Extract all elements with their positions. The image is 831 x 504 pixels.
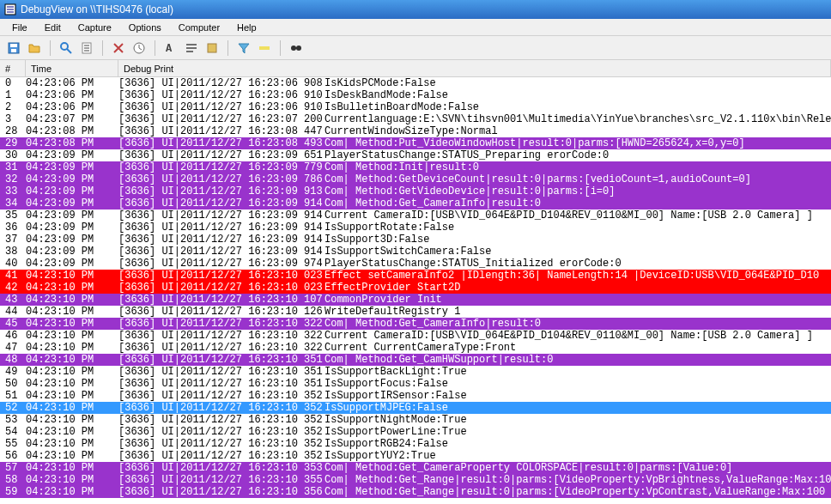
log-row[interactable]: 4904:23:10 PM[3636] UI|2011/12/27 16:23:… bbox=[0, 366, 831, 378]
log-row[interactable]: 3804:23:09 PM[3636] UI|2011/12/27 16:23:… bbox=[0, 246, 831, 258]
log-row[interactable]: 004:23:06 PM[3636] UI|2011/12/27 16:23:0… bbox=[0, 77, 831, 89]
log-row[interactable]: 5104:23:10 PM[3636] UI|2011/12/27 16:23:… bbox=[0, 390, 831, 402]
log-row[interactable]: 2904:23:08 PM[3636] UI|2011/12/27 16:23:… bbox=[0, 137, 831, 149]
row-num: 35 bbox=[0, 209, 26, 222]
row-print: Current CameraID:[USB\VID_064E&PID_D104&… bbox=[325, 330, 831, 342]
log-row[interactable]: 5904:23:10 PM[3636] UI|2011/12/27 16:23:… bbox=[0, 486, 831, 498]
header-debug[interactable]: Debug Print bbox=[118, 60, 831, 76]
svg-text:A: A bbox=[166, 43, 173, 55]
row-num: 33 bbox=[0, 185, 26, 197]
clear-icon[interactable] bbox=[110, 39, 127, 57]
log-row[interactable]: 3404:23:09 PM[3636] UI|2011/12/27 16:23:… bbox=[0, 197, 831, 209]
row-debug: [3636] UI|2011/12/27 16:23:06 908 bbox=[118, 77, 325, 89]
row-debug: [3636] UI|2011/12/27 16:23:10 352 bbox=[118, 390, 325, 402]
log-row[interactable]: 3304:23:09 PM[3636] UI|2011/12/27 16:23:… bbox=[0, 185, 831, 197]
row-num: 47 bbox=[0, 342, 26, 354]
log-row[interactable]: 5404:23:10 PM[3636] UI|2011/12/27 16:23:… bbox=[0, 426, 831, 438]
header-time[interactable]: Time bbox=[26, 60, 118, 76]
log-row[interactable]: 3704:23:09 PM[3636] UI|2011/12/27 16:23:… bbox=[0, 234, 831, 246]
row-time: 04:23:10 PM bbox=[26, 306, 118, 318]
row-debug: [3636] UI|2011/12/27 16:23:10 352 bbox=[118, 426, 325, 438]
wrap-icon[interactable] bbox=[183, 39, 200, 57]
row-num: 34 bbox=[0, 197, 26, 209]
row-num: 59 bbox=[0, 486, 26, 498]
header-num[interactable]: # bbox=[0, 60, 26, 76]
row-num: 2 bbox=[0, 101, 26, 113]
log-row[interactable]: 4004:23:09 PM[3636] UI|2011/12/27 16:23:… bbox=[0, 258, 831, 270]
log-row[interactable]: 3104:23:09 PM[3636] UI|2011/12/27 16:23:… bbox=[0, 161, 831, 173]
row-debug: [3636] UI|2011/12/27 16:23:09 913 bbox=[118, 185, 325, 197]
time-icon[interactable] bbox=[130, 39, 148, 57]
log-row[interactable]: 104:23:06 PM[3636] UI|2011/12/27 16:23:0… bbox=[0, 89, 831, 101]
log-row[interactable]: 4204:23:10 PM[3636] UI|2011/12/27 16:23:… bbox=[0, 282, 831, 294]
filter-icon[interactable] bbox=[235, 39, 252, 57]
log-row[interactable]: 5304:23:10 PM[3636] UI|2011/12/27 16:23:… bbox=[0, 414, 831, 426]
open-icon[interactable] bbox=[26, 39, 43, 57]
svg-rect-2 bbox=[10, 44, 17, 47]
app-icon bbox=[3, 3, 17, 16]
log-row[interactable]: 5604:23:10 PM[3636] UI|2011/12/27 16:23:… bbox=[0, 450, 831, 462]
log-row[interactable]: 5504:23:10 PM[3636] UI|2011/12/27 16:23:… bbox=[0, 438, 831, 450]
row-debug: [3636] UI|2011/12/27 16:23:09 786 bbox=[118, 173, 325, 185]
log-row[interactable]: 4104:23:10 PM[3636] UI|2011/12/27 16:23:… bbox=[0, 270, 831, 282]
log-row[interactable]: 4704:23:10 PM[3636] UI|2011/12/27 16:23:… bbox=[0, 342, 831, 354]
row-print: Com| Method:Get_CameraInfo|result:0 bbox=[325, 318, 831, 330]
row-num: 29 bbox=[0, 137, 26, 149]
menu-capture[interactable]: Capture bbox=[70, 21, 120, 34]
log-row[interactable]: 3004:23:09 PM[3636] UI|2011/12/27 16:23:… bbox=[0, 149, 831, 161]
row-num: 0 bbox=[0, 77, 26, 89]
log-rows[interactable]: 004:23:06 PM[3636] UI|2011/12/27 16:23:0… bbox=[0, 77, 831, 498]
log-row[interactable]: 4304:23:10 PM[3636] UI|2011/12/27 16:23:… bbox=[0, 294, 831, 306]
log-row[interactable]: 3604:23:09 PM[3636] UI|2011/12/27 16:23:… bbox=[0, 222, 831, 234]
history-icon[interactable] bbox=[203, 39, 221, 57]
log-row[interactable]: 4604:23:10 PM[3636] UI|2011/12/27 16:23:… bbox=[0, 330, 831, 342]
log-row[interactable]: 5704:23:10 PM[3636] UI|2011/12/27 16:23:… bbox=[0, 462, 831, 474]
row-num: 40 bbox=[0, 258, 26, 270]
row-debug: [3636] UI|2011/12/27 16:23:10 351 bbox=[118, 366, 325, 378]
menu-computer[interactable]: Computer bbox=[170, 21, 228, 34]
log-row[interactable]: 3504:23:09 PM[3636] UI|2011/12/27 16:23:… bbox=[0, 209, 831, 222]
row-debug: [3636] UI|2011/12/27 16:23:09 779 bbox=[118, 161, 325, 173]
log-row[interactable]: 204:23:06 PM[3636] UI|2011/12/27 16:23:0… bbox=[0, 101, 831, 113]
autoscroll-icon[interactable] bbox=[78, 39, 95, 57]
log-row[interactable]: 5804:23:10 PM[3636] UI|2011/12/27 16:23:… bbox=[0, 474, 831, 486]
log-row[interactable]: 4804:23:10 PM[3636] UI|2011/12/27 16:23:… bbox=[0, 354, 831, 366]
log-row[interactable]: 2804:23:08 PM[3636] UI|2011/12/27 16:23:… bbox=[0, 125, 831, 137]
menu-options[interactable]: Options bbox=[120, 21, 170, 34]
row-time: 04:23:10 PM bbox=[26, 414, 118, 426]
log-row[interactable]: 3204:23:09 PM[3636] UI|2011/12/27 16:23:… bbox=[0, 173, 831, 185]
log-row[interactable]: 5204:23:10 PM[3636] UI|2011/12/27 16:23:… bbox=[0, 402, 831, 414]
row-print: IsBulletinBoardMode:False bbox=[325, 101, 831, 113]
row-print: IsSupportMJPEG:False bbox=[325, 402, 831, 414]
row-num: 50 bbox=[0, 378, 26, 390]
log-row[interactable]: 4504:23:10 PM[3636] UI|2011/12/27 16:23:… bbox=[0, 318, 831, 330]
row-print: Com| Method:Get_CameraInfo|result:0 bbox=[325, 197, 831, 209]
log-row[interactable]: 5004:23:10 PM[3636] UI|2011/12/27 16:23:… bbox=[0, 378, 831, 390]
row-print: IsSupportBackLight:True bbox=[325, 366, 831, 378]
menu-edit[interactable]: Edit bbox=[36, 21, 70, 34]
capture-icon[interactable] bbox=[58, 39, 75, 57]
row-print: Com| Method:Get_Range|result:0|parms:[Vi… bbox=[325, 474, 831, 486]
row-print: Com| Method:GetVideoDevice|result:0|parm… bbox=[325, 185, 831, 197]
row-num: 57 bbox=[0, 462, 26, 474]
row-debug: [3636] UI|2011/12/27 16:23:10 352 bbox=[118, 450, 325, 462]
row-debug: [3636] UI|2011/12/27 16:23:10 107 bbox=[118, 294, 325, 306]
row-print: Com| Method:Get_Range|result:0|parms:[Vi… bbox=[325, 486, 831, 498]
row-print: IsSupportPowerLine:True bbox=[325, 426, 831, 438]
row-print: IsSupportFocus:False bbox=[325, 378, 831, 390]
font-icon[interactable]: A bbox=[162, 39, 179, 57]
row-time: 04:23:10 PM bbox=[26, 270, 118, 282]
row-time: 04:23:10 PM bbox=[26, 426, 118, 438]
row-time: 04:23:09 PM bbox=[26, 161, 118, 173]
row-debug: [3636] UI|2011/12/27 16:23:09 914 bbox=[118, 222, 325, 234]
toolbar-separator bbox=[50, 40, 51, 56]
find-icon[interactable] bbox=[288, 39, 305, 57]
save-icon[interactable] bbox=[5, 39, 22, 57]
menu-file[interactable]: File bbox=[3, 21, 36, 34]
menu-help[interactable]: Help bbox=[228, 21, 265, 34]
highlight-icon[interactable] bbox=[256, 39, 273, 57]
row-print: IsKidsPCMode:False bbox=[325, 77, 831, 89]
log-row[interactable]: 304:23:07 PM[3636] UI|2011/12/27 16:23:0… bbox=[0, 113, 831, 125]
log-row[interactable]: 4404:23:10 PM[3636] UI|2011/12/27 16:23:… bbox=[0, 306, 831, 318]
row-num: 49 bbox=[0, 366, 26, 378]
